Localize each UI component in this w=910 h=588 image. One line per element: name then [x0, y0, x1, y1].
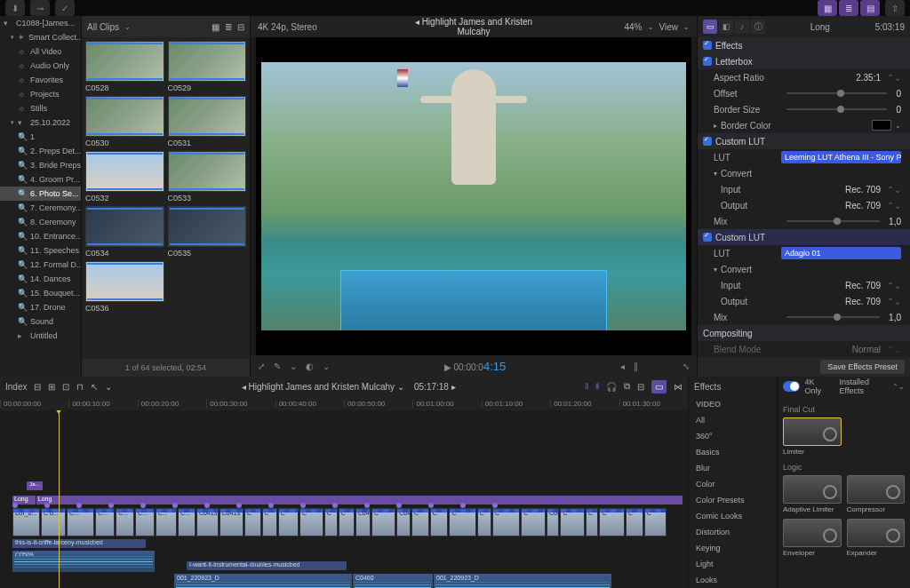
marker[interactable] [396, 503, 402, 508]
video-clip[interactable]: C [430, 508, 449, 536]
border-size-row[interactable]: Border Size0 [698, 101, 910, 117]
timeline-toggle[interactable]: ≣ [839, 0, 858, 16]
video-clip[interactable]: C [371, 508, 395, 536]
marker[interactable] [76, 503, 82, 508]
sidebar-item[interactable]: 🔍17. Drone [0, 300, 81, 314]
clip-height-icon[interactable]: ⊟ [237, 22, 244, 32]
transitions-icon[interactable]: ⋈ [674, 382, 682, 392]
sidebar-item[interactable]: 🔍10. Entrance... [0, 229, 81, 243]
clip-thumbnail[interactable]: C0534 [85, 206, 164, 258]
custom-lut-2-section[interactable]: Custom LUT [698, 229, 910, 245]
border-slider[interactable] [786, 108, 887, 110]
lut2-select[interactable]: Adagio 01 [781, 247, 901, 259]
color-swatch[interactable] [872, 120, 891, 131]
clip-thumbnail[interactable]: C0532 [85, 151, 164, 203]
draw-tool[interactable]: ✎ [274, 362, 281, 371]
playhead[interactable] [59, 410, 60, 588]
clip-thumbnail[interactable]: C0531 [168, 96, 247, 147]
view-menu[interactable]: View [659, 22, 679, 32]
offset-row[interactable]: Offset0 [698, 85, 910, 101]
sidebar-item[interactable]: ☼Favorites [0, 73, 81, 87]
audio-clip[interactable]: 001_220923_D [434, 574, 611, 588]
index-button[interactable]: Index [5, 382, 27, 392]
browser-toggle[interactable]: ▦ [818, 0, 837, 16]
viewer-canvas[interactable] [256, 37, 691, 355]
insert-icon[interactable]: ⊟ [34, 382, 41, 392]
effect-preset[interactable]: Enveloper [783, 519, 842, 557]
lut1-input-row[interactable]: InputRec. 709⌃⌄ [698, 181, 910, 197]
offset-slider[interactable] [786, 92, 887, 94]
effects-category[interactable]: Basics [689, 444, 777, 460]
clip-thumbnail[interactable]: C0533 [168, 151, 247, 203]
sidebar-item[interactable]: ☼All Video [0, 44, 81, 59]
marker[interactable] [492, 503, 498, 508]
video-clip[interactable]: C [339, 508, 355, 536]
import-button[interactable]: ⬇ [5, 0, 25, 16]
clip-thumbnail[interactable]: C0528 [85, 41, 164, 92]
fx-browser-icon[interactable]: ▭ [651, 380, 667, 393]
sidebar-item[interactable]: ▾✶Smart Collect... [0, 30, 81, 44]
border-color-row[interactable]: ▸Border Color ⌄ [698, 117, 910, 133]
lut1-select-row[interactable]: LUTLeeming LUT Athena III - Sony Picture… [698, 149, 910, 165]
video-clip[interactable]: C... [95, 508, 115, 536]
aspect-ratio-row[interactable]: Aspect Ratio2.35:1⌃⌄ [698, 69, 910, 85]
lut1-mix-row[interactable]: Mix1,0 [698, 213, 910, 229]
letterbox-checkbox[interactable] [703, 57, 712, 66]
4k-only-toggle[interactable] [783, 381, 800, 392]
video-clip[interactable]: C [521, 508, 546, 536]
lut2-mix-row[interactable]: Mix1,0 [698, 309, 910, 325]
video-clip[interactable]: C [262, 508, 277, 536]
overwrite-icon[interactable]: ⊡ [62, 382, 69, 392]
custom-lut-1-section[interactable]: Custom LUT [698, 133, 910, 149]
letterbox-section[interactable]: Letterbox [698, 53, 910, 69]
lut2-convert-row[interactable]: ▾Convert [698, 261, 910, 277]
video-clip[interactable]: C... [178, 508, 196, 536]
inspector-toggle[interactable]: ▤ [860, 0, 880, 16]
sidebar-item[interactable]: ☼Stills [0, 101, 81, 115]
effects-category[interactable]: Looks [689, 572, 777, 588]
marker[interactable] [44, 503, 50, 508]
video-clip[interactable]: C [560, 508, 584, 536]
sidebar-item[interactable]: 🔍8. Ceremony [0, 215, 81, 229]
sidebar-item[interactable]: 🔍15. Bouquet... [0, 286, 81, 300]
save-preset-button[interactable]: Save Effects Preset [820, 360, 905, 374]
sidebar-item[interactable]: ▾C1088-[James... [0, 16, 81, 30]
sidebar-item[interactable]: 🔍6. Photo Se... [0, 187, 81, 201]
skimming-icon[interactable]: ⫴ [585, 381, 588, 392]
video-clip[interactable]: C [644, 508, 667, 536]
zoom-menu[interactable]: 44% [624, 22, 642, 32]
sidebar-item[interactable]: 🔍3. Bride Preps [0, 158, 81, 172]
effects-category[interactable]: Blur [689, 460, 777, 476]
video-clip[interactable]: C [492, 508, 520, 536]
effects-category[interactable]: Distortion [689, 524, 777, 540]
video-clip[interactable]: C [449, 508, 475, 536]
sidebar-item[interactable]: 🔍1 [0, 130, 81, 144]
effects-category[interactable]: Keying [689, 540, 777, 556]
video-clip[interactable]: C [626, 508, 643, 536]
video-clip[interactable]: C0413 [196, 508, 219, 536]
video-clip[interactable]: C [411, 508, 429, 536]
lut1-convert-row[interactable]: ▾Convert [698, 165, 910, 181]
inspector-body[interactable]: Effects Letterbox Aspect Ratio2.35:1⌃⌄ O… [698, 37, 910, 357]
info-tab-icon[interactable]: ⓘ [751, 20, 765, 34]
marker[interactable] [460, 503, 466, 508]
video-clip[interactable]: C [324, 508, 338, 536]
next-edit-icon[interactable]: ∥ [634, 362, 638, 371]
effects-category[interactable]: Light [689, 556, 777, 572]
blend-mode-row[interactable]: Blend ModeNormal⌃⌄ [698, 341, 910, 357]
marker[interactable] [364, 503, 370, 508]
clip-thumbnail[interactable]: C0536 [85, 261, 164, 313]
effect-preset[interactable]: Limiter [783, 417, 842, 456]
sidebar-item[interactable]: 🔍Sound [0, 314, 81, 329]
lut1-output-row[interactable]: OutputRec. 709⌃⌄ [698, 197, 910, 213]
list-icon[interactable]: ≣ [225, 22, 232, 32]
effects-categories[interactable]: VIDEOAll360°BasicsBlurColorColor Presets… [689, 396, 777, 588]
video-clip[interactable]: DJI_0... [12, 508, 40, 536]
keyword-button[interactable]: ⊸ [30, 0, 50, 16]
sidebar-item[interactable]: 🔍12. Formal D... [0, 258, 81, 272]
video-clip[interactable]: C 0... [41, 508, 66, 536]
marker[interactable] [140, 503, 146, 508]
video-clip[interactable]: C0413 [220, 508, 243, 536]
audio-skim-icon[interactable]: ⫵ [595, 381, 599, 392]
audio-title-1[interactable]: this-is-it-criffe-larceny-musicbed [12, 539, 682, 548]
